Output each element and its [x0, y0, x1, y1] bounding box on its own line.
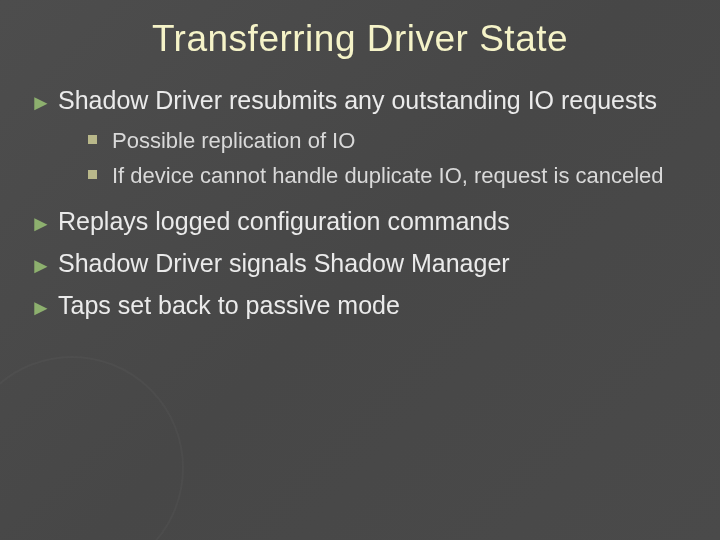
list-item: ► Replays logged configuration commands — [30, 205, 690, 239]
list-item-text: Shadow Driver resubmits any outstanding … — [58, 86, 657, 114]
sub-list-item-text: Possible replication of IO — [112, 128, 355, 153]
slide: Transferring Driver State ► Shadow Drive… — [0, 0, 720, 540]
sub-list-item: Possible replication of IO — [58, 126, 690, 156]
list-item: ► Taps set back to passive mode — [30, 289, 690, 323]
square-icon — [88, 135, 97, 144]
list-item-text: Shadow Driver signals Shadow Manager — [58, 249, 510, 277]
triangle-icon: ► — [30, 88, 52, 118]
list-item: ► Shadow Driver signals Shadow Manager — [30, 247, 690, 281]
sub-list-item: If device cannot handle duplicate IO, re… — [58, 161, 690, 191]
sub-list-item-text: If device cannot handle duplicate IO, re… — [112, 163, 664, 188]
triangle-icon: ► — [30, 209, 52, 239]
list-item-text: Replays logged configuration commands — [58, 207, 510, 235]
list-item-text: Taps set back to passive mode — [58, 291, 400, 319]
sub-list: Possible replication of IO If device can… — [58, 126, 690, 191]
decorative-swirl — [0, 356, 184, 540]
triangle-icon: ► — [30, 293, 52, 323]
slide-title: Transferring Driver State — [30, 18, 690, 60]
triangle-icon: ► — [30, 251, 52, 281]
square-icon — [88, 170, 97, 179]
list-item: ► Shadow Driver resubmits any outstandin… — [30, 84, 690, 191]
bullet-list: ► Shadow Driver resubmits any outstandin… — [30, 84, 690, 322]
